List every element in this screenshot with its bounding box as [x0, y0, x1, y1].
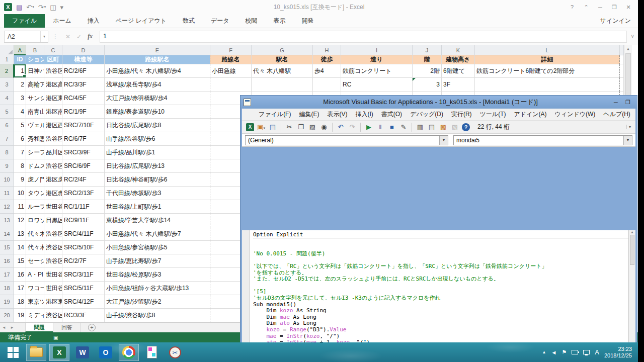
undo-icon[interactable]: ↶▾ [26, 4, 34, 11]
row-header-11[interactable]: 11 [0, 187, 14, 200]
cell-C20[interactable]: 渋谷区 [44, 309, 62, 322]
cell-A17[interactable]: 16 [14, 268, 26, 282]
help-icon[interactable]: ? [462, 123, 470, 131]
vba-menu-item[interactable]: 挿入(I) [352, 110, 376, 119]
cell-C9[interactable]: 渋谷区 [44, 159, 62, 173]
taskbar-file-explorer[interactable] [26, 344, 46, 361]
cell-C15[interactable]: 渋谷区 [44, 241, 62, 254]
cell-B10[interactable]: 虎ノ門 [26, 173, 44, 187]
cell-C19[interactable]: 港区東 [44, 295, 62, 309]
taskbar-excel[interactable]: X [49, 344, 69, 361]
cell-I3[interactable]: RC [341, 78, 413, 92]
formula-expand-icon[interactable]: ˅ [627, 34, 638, 39]
properties-window-icon[interactable]: ▤ [427, 123, 436, 131]
row-header-8[interactable]: 8 [0, 146, 14, 159]
cell-F2[interactable]: 小田急線 [210, 64, 252, 78]
cell-D11[interactable]: SRC/2/13F [62, 187, 105, 200]
network-icon[interactable] [583, 350, 590, 354]
restore-icon[interactable]: ❐ [608, 2, 621, 12]
column-header-L[interactable]: L [475, 45, 620, 55]
cell-A6[interactable]: 5 [14, 119, 26, 132]
taskbar-chrome[interactable] [119, 344, 139, 361]
cell-E7[interactable]: 山手線/渋谷駅/歩6 [105, 132, 210, 146]
cell-B6[interactable]: ヴェル [26, 119, 44, 132]
cell-D15[interactable]: SRC/5/10F [62, 241, 105, 254]
column-header-F[interactable]: F [210, 45, 252, 55]
cell-D8[interactable]: SRC/3/9F [62, 146, 105, 159]
cell-D2[interactable]: RC/2/6F [62, 64, 105, 78]
macro-record-icon[interactable]: ▣ [53, 335, 58, 340]
cell-C10[interactable]: 港区虎 [44, 173, 62, 187]
name-box[interactable]: A2 ▾ [4, 31, 48, 43]
scroll-thumb[interactable] [630, 235, 634, 265]
tab-scroll-left-icon[interactable]: ◂ [0, 323, 8, 332]
cell-C11[interactable]: 港区赤 [44, 187, 62, 200]
column-header-A[interactable]: A [14, 45, 26, 55]
close-icon[interactable]: ✕ [622, 2, 635, 12]
sheet-tab-回答[interactable]: 回答 [53, 323, 81, 332]
column-header-partial[interactable] [620, 45, 624, 55]
cell-B12[interactable]: ルーブ [26, 200, 44, 214]
cell-partial[interactable] [620, 78, 624, 92]
cell-G2[interactable]: 代々 木八幡駅 [252, 64, 313, 78]
cell-B2[interactable]: 日神パ [26, 64, 44, 78]
redo-icon[interactable]: ↷ [348, 123, 357, 131]
cell-B11[interactable]: タウン [26, 187, 44, 200]
cell-D19[interactable]: SRC/4/12F [62, 295, 105, 309]
cell-B13[interactable]: ロワゾ [26, 214, 44, 227]
select-all-corner[interactable] [0, 45, 14, 55]
cell-B8[interactable]: シーフ [26, 146, 44, 159]
cell-E20[interactable]: 山手線/渋谷駅/歩8 [105, 309, 210, 322]
cell-A3[interactable]: 2 [14, 78, 26, 92]
cell-D1[interactable]: 構造等 [62, 55, 105, 64]
cancel-icon[interactable]: ✕ [65, 33, 70, 40]
save-icon[interactable]: ▤ [16, 4, 22, 11]
cell-E3[interactable]: 浅草線/泉岳寺駅/歩4 [105, 78, 210, 92]
ribbon-tab[interactable]: 数式 [175, 14, 203, 28]
find-icon[interactable]: ◉ [319, 123, 329, 131]
cell-C5[interactable]: 港区南 [44, 105, 62, 119]
cell-B19[interactable]: 東京ツ [26, 295, 44, 309]
cell-J2[interactable]: 2階 [413, 64, 442, 78]
cell-A13[interactable]: 12 [14, 214, 26, 227]
insert-function-icon[interactable]: fx [88, 33, 93, 40]
cell-A5[interactable]: 4 [14, 105, 26, 119]
cell-H2[interactable]: 歩4 [313, 64, 341, 78]
start-button[interactable] [3, 344, 23, 361]
vba-menu-item[interactable]: デバッグ(D) [407, 110, 447, 119]
ribbon-tab[interactable]: ファイル [4, 14, 45, 28]
view-excel-icon[interactable]: X [246, 123, 254, 131]
cell-E15[interactable]: 小田急線/参宮橋駅/歩5 [105, 241, 210, 254]
cell-A12[interactable]: 11 [14, 200, 26, 214]
cell-B3[interactable]: 高輪ア [26, 78, 44, 92]
cell-K1[interactable]: 建物高さ [442, 55, 475, 64]
cell-E2[interactable]: 小田急線/代々 木八幡駅/歩4 [105, 64, 210, 78]
cell-D10[interactable]: RC/2/4F [62, 173, 105, 187]
row-header-13[interactable]: 13 [0, 214, 14, 227]
column-header-K[interactable]: K [442, 45, 475, 55]
cell-B14[interactable]: 代々木 [26, 227, 44, 241]
cell-B1[interactable]: ション [26, 55, 44, 64]
row-header-5[interactable]: 5 [0, 105, 14, 119]
reset-icon[interactable]: ■ [387, 123, 396, 131]
cell-J1[interactable]: 階 [413, 55, 442, 64]
row-header-7[interactable]: 7 [0, 132, 14, 146]
ribbon-tab[interactable]: 校閲 [237, 14, 266, 28]
row-header-3[interactable]: 3 [0, 78, 14, 92]
cell-D5[interactable]: RC/1/9F [62, 105, 105, 119]
column-header-E[interactable]: E [105, 45, 210, 55]
cell-H1[interactable]: 徒歩 [313, 55, 341, 64]
cell-B18[interactable]: ワコー [26, 282, 44, 295]
cell-E8[interactable]: 山手線/品川駅/歩1 [105, 146, 210, 159]
vba-menu-item[interactable]: ファイル(F) [255, 110, 294, 119]
column-header-D[interactable]: D [62, 45, 105, 55]
vba-menu-item[interactable]: ツール(T) [476, 110, 510, 119]
cell-E18[interactable]: 小田急線/祖師ヶ谷大蔵駅/歩13 [105, 282, 210, 295]
copy-icon[interactable]: ❐ [296, 123, 305, 131]
design-mode-icon[interactable]: ✎ [399, 123, 408, 131]
cell-C1[interactable]: 区町 [44, 55, 62, 64]
undo-icon[interactable]: ↶ [336, 123, 345, 131]
taskbar-word[interactable]: W [72, 344, 93, 361]
cell-E9[interactable]: 日比谷線/広尾駅/歩13 [105, 159, 210, 173]
break-icon[interactable]: ‖ [376, 123, 385, 131]
